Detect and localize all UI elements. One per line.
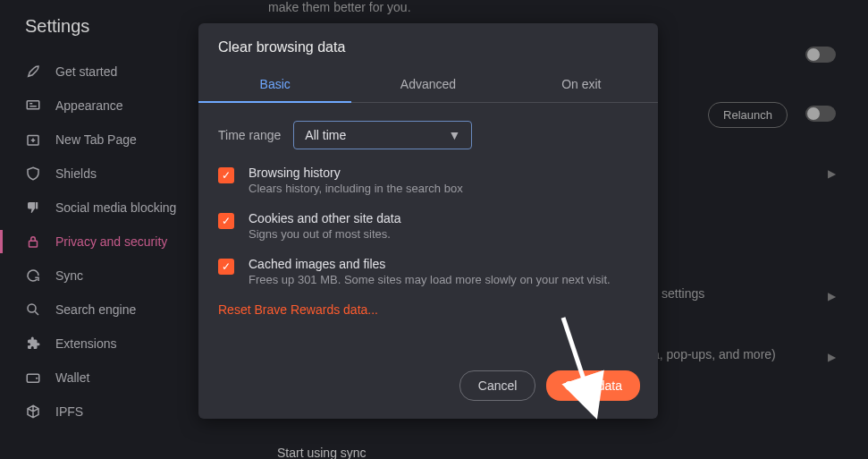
checkbox-checked[interactable]: ✓ [218,167,234,183]
toggle-switch[interactable] [805,106,836,122]
svg-rect-0 [27,101,39,109]
check-desc: Clears history, including in the search … [249,182,638,195]
tab-basic[interactable]: Basic [198,68,351,102]
extensions-icon [25,336,41,352]
time-range-select[interactable]: All time ▼ [293,121,472,149]
settings-sidebar: Settings Get started Appearance New Tab … [0,0,206,459]
sidebar-item-search[interactable]: Search engine [0,293,206,327]
sidebar-item-sync[interactable]: Sync [0,259,206,293]
check-cache[interactable]: ✓ Cached images and files Frees up 301 M… [218,257,638,286]
lock-icon [25,234,41,250]
check-title: Browsing history [249,166,638,180]
sidebar-item-label: Extensions [55,336,116,351]
thumbs-down-icon [25,200,41,216]
bg-text-popups: a, pop-ups, and more) [653,347,776,361]
appearance-icon [25,98,41,114]
wallet-icon [25,370,41,386]
sidebar-item-get-started[interactable]: Get started [0,55,206,89]
sidebar-title: Settings [0,16,206,37]
chevron-right-icon: ▶ [828,351,836,363]
check-title: Cached images and files [249,257,638,271]
sidebar-item-label: Privacy and security [55,234,167,249]
bg-text-settings: settings [662,286,704,301]
sidebar-item-label: Social media blocking [55,200,176,215]
sidebar-item-label: Sync [55,268,83,283]
check-title: Cookies and other site data [249,211,638,225]
toggle-switch[interactable] [805,47,836,63]
shield-icon [25,166,41,182]
cancel-button[interactable]: Cancel [459,370,536,401]
bg-text-top: make them better for you. [268,0,411,14]
tab-advanced[interactable]: Advanced [351,68,504,102]
sidebar-item-label: Shields [55,166,97,181]
dialog-title: Clear browsing data [198,23,658,68]
check-cookies[interactable]: ✓ Cookies and other site data Signs you … [218,211,638,241]
sidebar-item-social[interactable]: Social media blocking [0,191,206,225]
sidebar-item-label: Search engine [55,302,136,317]
rocket-icon [25,64,41,80]
sidebar-item-label: Get started [55,64,117,79]
dialog-tabs: Basic Advanced On exit [198,68,658,103]
checkbox-checked[interactable]: ✓ [218,259,234,275]
search-icon [25,302,41,318]
sidebar-item-extensions[interactable]: Extensions [0,327,206,361]
chevron-right-icon: ▶ [828,167,836,180]
check-browsing-history[interactable]: ✓ Browsing history Clears history, inclu… [218,166,638,195]
sidebar-item-appearance[interactable]: Appearance [0,89,206,123]
checkbox-checked[interactable]: ✓ [218,213,234,229]
sidebar-item-shields[interactable]: Shields [0,157,206,191]
sidebar-item-label: Appearance [55,98,123,113]
sync-icon [25,268,41,284]
svg-rect-2 [29,241,38,247]
sidebar-item-wallet[interactable]: Wallet [0,361,206,395]
caret-down-icon: ▼ [448,128,460,142]
chevron-right-icon: ▶ [828,290,836,302]
sidebar-item-label: Wallet [55,370,89,385]
new-tab-icon [25,132,41,148]
relaunch-button[interactable]: Relaunch [708,102,788,128]
sidebar-item-label: New Tab Page [55,132,137,147]
clear-data-button[interactable]: Clear data [546,370,640,401]
sidebar-item-new-tab[interactable]: New Tab Page [0,123,206,157]
sidebar-item-ipfs[interactable]: IPFS [0,395,206,429]
clear-browsing-data-dialog: Clear browsing data Basic Advanced On ex… [198,23,658,419]
check-desc: Signs you out of most sites. [249,227,638,241]
cube-icon [25,404,41,420]
time-range-value: All time [305,128,346,142]
sidebar-item-privacy[interactable]: Privacy and security [0,225,206,259]
sidebar-item-label: IPFS [55,404,83,419]
svg-point-3 [28,304,36,312]
check-desc: Frees up 301 MB. Some sites may load mor… [249,273,638,286]
time-range-label: Time range [218,128,281,142]
reset-rewards-link[interactable]: Reset Brave Rewards data... [218,302,638,317]
tab-on-exit[interactable]: On exit [505,68,658,102]
bg-text-sync: Start using sync [277,446,367,459]
